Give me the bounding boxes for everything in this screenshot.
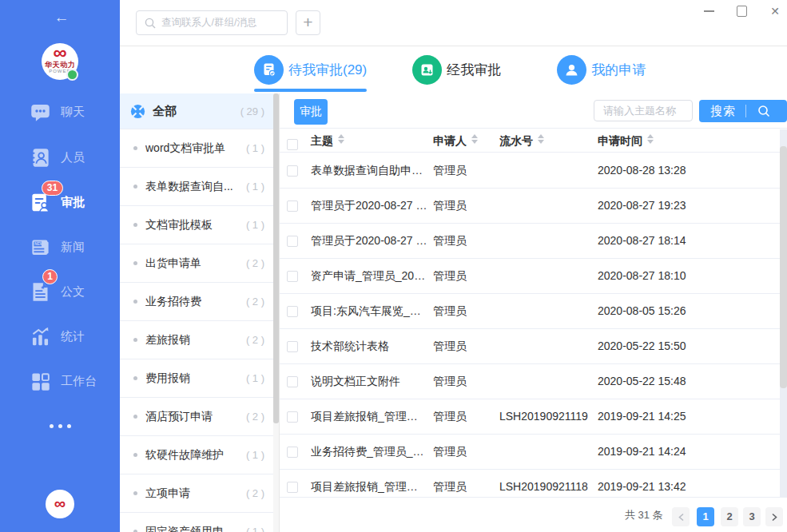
table-row[interactable]: 技术部统计表格 管理员 2020-05-22 15:50: [280, 329, 787, 364]
topbar: 查询联系人/群组/消息 + ✕: [120, 0, 787, 46]
table-row[interactable]: 资产申请_管理员_2020-08... 管理员 2020-08-27 18:10: [280, 259, 787, 294]
brand-name: 华天动力: [42, 62, 78, 69]
pagination-bar: 共 31 条 1 2 3: [280, 497, 787, 532]
category-item[interactable]: word文档审批单 ( 1 ): [120, 129, 279, 168]
category-item[interactable]: 费用报销 ( 1 ): [120, 359, 279, 398]
sort-icon[interactable]: [538, 134, 544, 144]
sidebar-item-workbench[interactable]: 工作台: [0, 359, 120, 403]
sidebar-item-docs[interactable]: ★ 公文: [0, 269, 120, 314]
header-time[interactable]: 申请时间: [598, 129, 654, 153]
category-count: ( 1 ): [246, 526, 264, 532]
page-1-button[interactable]: 1: [697, 507, 714, 526]
bottom-logo-icon[interactable]: ∞: [46, 490, 74, 518]
table-row[interactable]: 项目差旅报销_管理员_201... 管理员 LSH20190921118 201…: [280, 470, 787, 497]
row-checkbox[interactable]: [287, 376, 298, 387]
add-button[interactable]: +: [296, 10, 320, 35]
table-row[interactable]: 管理员于2020-08-27 19:3... 管理员 2020-08-27 19…: [280, 189, 787, 224]
row-checkbox[interactable]: [287, 165, 298, 177]
category-count: ( 1 ): [246, 142, 264, 154]
sidebar-item-news[interactable]: NEW 新闻: [0, 224, 120, 269]
sidebar-item-stats[interactable]: 统计: [0, 314, 120, 359]
table-row[interactable]: 说明文档正文附件 管理员 2020-05-22 15:48: [280, 364, 787, 399]
category-item[interactable]: 文档审批模板 ( 1 ): [120, 206, 279, 244]
svg-text:NEW: NEW: [34, 242, 44, 246]
logo-infinity-icon: ∞: [42, 44, 78, 62]
button-divider: [745, 105, 746, 117]
tab-pending-approval[interactable]: 待我审批(29): [254, 46, 367, 93]
magnifier-icon[interactable]: [757, 105, 770, 117]
row-checkbox[interactable]: [287, 447, 298, 458]
sort-icon[interactable]: [338, 134, 344, 144]
topic-search-placeholder: 请输入主题名称: [603, 104, 676, 118]
select-all-checkbox[interactable]: [287, 139, 298, 150]
maximize-button[interactable]: [737, 6, 747, 17]
total-count: 共 31 条: [625, 498, 663, 532]
category-item[interactable]: 业务招待费 ( 2 ): [120, 283, 279, 321]
table-row[interactable]: 业务招待费_管理员_2019-... 管理员 2019-09-21 14:24: [280, 435, 787, 470]
table-body: 表单数据查询自助申请_管... 管理员 2020-08-28 13:28 管理员…: [280, 153, 787, 497]
tab-my-applications[interactable]: 我的申请: [557, 46, 646, 93]
header-serial[interactable]: 流水号: [499, 129, 544, 153]
category-item[interactable]: 立项申请 ( 2 ): [120, 474, 279, 513]
header-applicant[interactable]: 申请人: [433, 129, 478, 153]
page-3-button[interactable]: 3: [743, 507, 761, 526]
prev-page-button[interactable]: [672, 507, 690, 526]
sidebar-item-chat[interactable]: 聊天: [0, 89, 120, 134]
all-categories-icon: [130, 104, 145, 119]
category-item[interactable]: 出货申请单 ( 2 ): [120, 244, 279, 283]
row-checkbox[interactable]: [287, 200, 298, 212]
table-row[interactable]: 项目:东风汽车展览_管理员... 管理员 2020-08-05 15:26: [280, 294, 787, 329]
bullet-icon: [133, 415, 137, 419]
category-panel: 全部 ( 29 ) word文档审批单 ( 1 ) 表单数据查询自... ( 1…: [120, 93, 280, 532]
next-page-button[interactable]: [765, 507, 783, 526]
sidebar: ← ∞ 华天动力 POWER 聊天 人员 审批 NEW 新闻 ★ 公文 统计 工…: [0, 0, 120, 532]
pending-approval-icon: [254, 55, 284, 85]
category-item[interactable]: 固定资产领用申... ( 1 ): [120, 513, 279, 532]
row-checkbox[interactable]: [287, 271, 298, 282]
search-button[interactable]: 搜索: [699, 100, 787, 122]
contact-search-input[interactable]: 查询联系人/群组/消息: [136, 10, 288, 35]
bullet-icon: [133, 453, 137, 457]
bullet-icon: [133, 261, 137, 265]
row-checkbox[interactable]: [287, 236, 298, 247]
row-checkbox[interactable]: [287, 341, 298, 352]
row-checkbox[interactable]: [287, 411, 298, 423]
category-item-all[interactable]: 全部 ( 29 ): [120, 93, 279, 129]
svg-text:★: ★: [41, 284, 46, 290]
approve-button[interactable]: 审批: [294, 99, 328, 125]
tab-approved-by-me[interactable]: 经我审批: [412, 46, 501, 93]
category-scrollbar-thumb[interactable]: [273, 93, 279, 423]
back-arrow-icon[interactable]: ←: [48, 8, 75, 27]
news-icon: NEW: [30, 236, 51, 258]
category-item[interactable]: 差旅报销 ( 2 ): [120, 321, 279, 359]
table-row[interactable]: 管理员于2020-08-27 18:0... 管理员 2020-08-27 18…: [280, 224, 787, 259]
category-count: ( 1 ): [246, 449, 264, 461]
tabbar: 待我审批(29) 经我审批 我的申请: [120, 46, 787, 93]
category-item[interactable]: 酒店预订申请 ( 2 ): [120, 398, 279, 436]
more-icon[interactable]: [0, 419, 120, 433]
close-button[interactable]: ✕: [768, 3, 782, 19]
topic-search-input[interactable]: 请输入主题名称: [594, 100, 693, 121]
row-checkbox[interactable]: [287, 482, 298, 493]
sort-icon[interactable]: [471, 134, 478, 144]
category-count: ( 29 ): [240, 105, 264, 117]
my-applications-icon: [557, 55, 586, 85]
bullet-icon: [133, 223, 137, 227]
category-item[interactable]: 表单数据查询自... ( 1 ): [120, 168, 279, 206]
bullet-icon: [133, 376, 137, 380]
sort-icon[interactable]: [647, 134, 654, 144]
chat-icon: [30, 101, 51, 123]
bullet-icon: [133, 338, 137, 342]
table-scrollbar-thumb[interactable]: [780, 146, 787, 388]
header-topic[interactable]: 主题: [311, 129, 344, 153]
row-checkbox[interactable]: [287, 306, 298, 317]
grid-icon: [30, 371, 51, 392]
table-row[interactable]: 表单数据查询自助申请_管... 管理员 2020-08-28 13:28: [280, 153, 787, 189]
bullet-icon: [133, 491, 137, 495]
page-2-button[interactable]: 2: [721, 507, 738, 526]
minimize-button[interactable]: [704, 10, 714, 12]
category-item[interactable]: 软硬件故障维护 ( 1 ): [120, 436, 279, 474]
table-row[interactable]: 项目差旅报销_管理员_201... 管理员 LSH20190921119 201…: [280, 399, 787, 435]
sidebar-item-people[interactable]: 人员: [0, 135, 120, 180]
category-count: ( 2 ): [246, 296, 264, 308]
